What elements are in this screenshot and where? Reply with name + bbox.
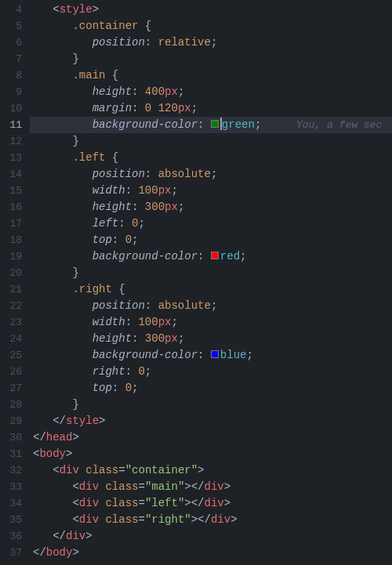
code-token: ></	[184, 497, 204, 509]
code-line[interactable]: <body>	[30, 446, 392, 462]
code-line[interactable]: height: 300px;	[30, 331, 392, 347]
code-token: ;	[255, 118, 261, 131]
code-token: body	[46, 546, 73, 559]
code-token: :	[145, 168, 158, 180]
code-token: right	[93, 365, 125, 378]
code-token: :	[145, 299, 158, 312]
code-line[interactable]: background-color: blue;	[30, 347, 392, 364]
code-line[interactable]: background-color: green;You, a few sec	[30, 117, 392, 133]
code-token: =	[138, 497, 144, 509]
code-token: </	[53, 415, 66, 427]
code-line[interactable]: background-color: red;	[30, 248, 392, 265]
line-number: 5	[0, 18, 30, 34]
code-token: {	[138, 20, 151, 32]
code-token: class	[105, 513, 138, 526]
code-token: red	[220, 250, 240, 263]
code-token: <	[72, 513, 78, 526]
code-token: div	[79, 480, 99, 493]
code-token: {	[105, 69, 118, 81]
code-token	[79, 464, 85, 476]
line-number: 29	[0, 413, 30, 429]
color-swatch-icon	[211, 252, 219, 259]
line-number: 37	[0, 545, 30, 561]
code-line[interactable]: .main {	[30, 67, 392, 84]
code-token: </	[53, 530, 66, 542]
code-token: <	[53, 3, 59, 16]
code-line[interactable]: height: 300px;	[30, 199, 392, 215]
code-token: 300	[145, 332, 165, 345]
code-line[interactable]: }	[30, 51, 392, 67]
code-line[interactable]: .left {	[30, 150, 392, 166]
code-line[interactable]: top: 0;	[30, 380, 392, 397]
line-number: 32	[0, 462, 30, 479]
color-swatch-icon	[211, 350, 219, 358]
line-number: 35	[0, 512, 30, 528]
code-area[interactable]: <style> .container { position: relative;…	[30, 0, 392, 565]
code-token: absolute	[158, 168, 211, 180]
line-number: 30	[0, 429, 30, 446]
code-token: top	[93, 234, 112, 246]
line-number: 11	[0, 117, 30, 133]
line-number: 33	[0, 479, 30, 495]
code-token: .left	[72, 151, 105, 164]
code-token: <	[72, 497, 78, 509]
code-token: {	[105, 151, 118, 164]
line-number: 20	[0, 265, 30, 281]
code-token: body	[39, 447, 66, 460]
code-line[interactable]: position: relative;	[30, 34, 392, 51]
line-number: 27	[0, 380, 30, 397]
code-line[interactable]: width: 100px;	[30, 314, 392, 331]
code-line[interactable]: <div class="right"></div>	[30, 512, 392, 528]
code-line[interactable]: <div class="container">	[30, 462, 392, 479]
code-token: ;	[178, 85, 184, 98]
code-token: :	[132, 332, 145, 345]
code-line[interactable]: left: 0;	[30, 215, 392, 232]
code-line[interactable]: </div>	[30, 528, 392, 545]
line-number: 15	[0, 183, 30, 199]
code-token: .right	[72, 283, 111, 295]
code-token: >	[93, 3, 99, 16]
code-token: class	[85, 464, 118, 476]
code-token: ;	[132, 382, 138, 394]
code-token: position	[93, 299, 145, 312]
code-line[interactable]: position: absolute;	[30, 166, 392, 183]
code-token: px	[165, 85, 178, 98]
code-line[interactable]: </head>	[30, 429, 392, 446]
code-line[interactable]: <div class="main"></div>	[30, 479, 392, 495]
line-number: 17	[0, 215, 30, 232]
code-line[interactable]: }	[30, 397, 392, 413]
code-line[interactable]: }	[30, 265, 392, 281]
code-token: background-color	[93, 349, 198, 361]
code-token: .main	[72, 69, 105, 81]
line-number: 4	[0, 2, 30, 18]
code-token: </	[33, 431, 46, 444]
code-token: ;	[171, 184, 177, 197]
line-number: 22	[0, 298, 30, 314]
code-line[interactable]: </body>	[30, 545, 392, 561]
code-line[interactable]: top: 0;	[30, 232, 392, 248]
code-token: :	[125, 184, 139, 197]
code-token: "main"	[145, 480, 184, 493]
code-editor[interactable]: 4567891011121314151617181920212223242526…	[0, 0, 392, 565]
code-token: >	[198, 464, 204, 476]
code-line[interactable]: width: 100px;	[30, 183, 392, 199]
code-line[interactable]: margin: 0 120px;	[30, 100, 392, 117]
line-number: 7	[0, 51, 30, 67]
code-line[interactable]: position: absolute;	[30, 298, 392, 314]
code-token: 0	[125, 382, 132, 394]
code-token: :	[132, 102, 145, 114]
code-line[interactable]: right: 0;	[30, 364, 392, 380]
code-token: margin	[93, 102, 132, 114]
code-line[interactable]: </style>	[30, 413, 392, 429]
code-token: style	[60, 3, 93, 16]
code-line[interactable]: }	[30, 133, 392, 150]
code-line[interactable]: .container {	[30, 18, 392, 34]
code-line[interactable]: <div class="left"></div>	[30, 495, 392, 512]
code-token: =	[138, 513, 144, 526]
code-line[interactable]: .right {	[30, 281, 392, 298]
code-token: }	[72, 135, 78, 147]
code-token: :	[132, 201, 145, 213]
code-line[interactable]: height: 400px;	[30, 84, 392, 100]
code-token: >	[224, 480, 230, 493]
code-line[interactable]: <style>	[30, 2, 392, 18]
